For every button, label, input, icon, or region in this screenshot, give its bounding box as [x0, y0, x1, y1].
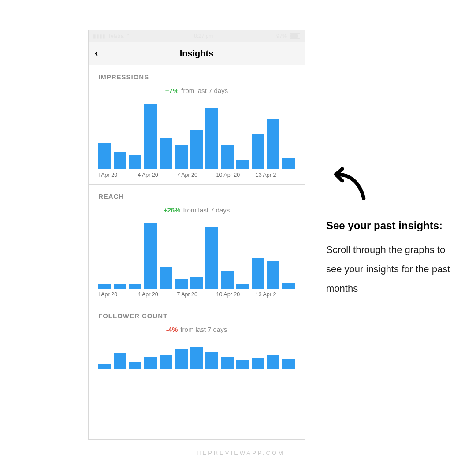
delta-line: -4%from last 7 days	[98, 326, 295, 333]
phone-mock: ▮▮▮▮ Telstra ⌃ 8:27 pm 97% ‹ Insights IM…	[88, 30, 305, 440]
wifi-icon: ⌃	[126, 33, 130, 39]
delta-from-label: from last 7 days	[180, 326, 227, 333]
bar	[236, 360, 249, 369]
annotation-body: Scroll through the graphs to see your in…	[326, 240, 463, 298]
x-axis: I Apr 204 Apr 207 Apr 2010 Apr 2013 Apr …	[98, 289, 295, 304]
bar	[144, 104, 157, 169]
back-button[interactable]: ‹	[95, 48, 98, 59]
x-tick: 4 Apr 20	[138, 291, 177, 298]
bar	[190, 277, 203, 289]
bar	[160, 138, 172, 169]
x-tick: 13 Apr 2	[256, 172, 295, 178]
bar-chart[interactable]: I Apr 204 Apr 207 Apr 2010 Apr 2013 Apr …	[98, 104, 295, 184]
x-tick: 7 Apr 20	[177, 291, 216, 298]
signal-icon: ▮▮▮▮	[93, 33, 105, 39]
delta-line: +26%from last 7 days	[98, 206, 295, 214]
annotation-title: See your past insights:	[326, 216, 463, 235]
x-tick: 10 Apr 20	[216, 291, 256, 298]
delta-line: +7%from last 7 days	[98, 87, 295, 94]
bar-chart[interactable]	[98, 343, 295, 369]
bar	[221, 145, 234, 169]
bar	[205, 227, 218, 289]
bar	[282, 158, 295, 169]
bar	[221, 357, 234, 369]
annotation: See your past insights: Scroll through t…	[326, 166, 463, 298]
nav-bar: ‹ Insights	[89, 42, 305, 65]
bar	[98, 364, 111, 369]
bar	[190, 347, 203, 369]
insight-section: IMPRESSIONS+7%from last 7 daysI Apr 204 …	[89, 65, 305, 185]
delta-percent: +7%	[165, 87, 178, 94]
bar	[267, 119, 279, 169]
bar	[236, 160, 249, 169]
bar	[252, 258, 264, 289]
battery-percent: 97%	[276, 33, 287, 39]
bar	[175, 349, 188, 369]
x-tick: 4 Apr 20	[138, 172, 177, 178]
bar	[205, 352, 218, 369]
page-title: Insights	[180, 48, 214, 59]
bar	[98, 143, 111, 169]
x-tick: 7 Apr 20	[177, 172, 216, 178]
insight-section: REACH+26%from last 7 daysI Apr 204 Apr 2…	[89, 185, 305, 304]
x-tick: I Apr 20	[98, 172, 138, 178]
bar	[282, 283, 295, 289]
chart-bars	[98, 343, 295, 369]
battery-icon	[290, 33, 300, 39]
bar	[114, 353, 126, 369]
section-title: FOLLOWER COUNT	[98, 312, 295, 320]
x-axis: I Apr 204 Apr 207 Apr 2010 Apr 2013 Apr …	[98, 169, 295, 184]
bar	[144, 357, 157, 369]
x-tick: I Apr 20	[98, 291, 138, 298]
bar	[252, 358, 264, 369]
bar	[221, 271, 234, 289]
delta-percent: -4%	[166, 326, 178, 333]
bar	[129, 284, 142, 289]
bar	[160, 355, 172, 369]
delta-from-label: from last 7 days	[183, 206, 230, 214]
bar	[236, 284, 249, 289]
bar	[129, 155, 142, 169]
bar	[282, 359, 295, 369]
x-tick: 13 Apr 2	[256, 291, 295, 298]
chart-bars	[98, 104, 295, 169]
bar	[267, 261, 279, 289]
arrow-icon	[329, 166, 368, 205]
status-bar: ▮▮▮▮ Telstra ⌃ 8:27 pm 97%	[89, 30, 305, 42]
bar-chart[interactable]: I Apr 204 Apr 207 Apr 2010 Apr 2013 Apr …	[98, 223, 295, 304]
bar	[190, 130, 203, 169]
bar	[160, 267, 172, 289]
bar	[98, 284, 111, 289]
bar	[267, 355, 279, 369]
bar	[144, 223, 157, 289]
bar	[175, 145, 188, 169]
footer-credit: THEPREVIEWAPP.COM	[0, 450, 476, 456]
insight-sections[interactable]: IMPRESSIONS+7%from last 7 daysI Apr 204 …	[89, 65, 305, 369]
bar	[114, 152, 126, 169]
section-title: IMPRESSIONS	[98, 73, 295, 81]
delta-from-label: from last 7 days	[181, 87, 228, 94]
section-title: REACH	[98, 193, 295, 200]
delta-percent: +26%	[164, 206, 181, 214]
bar	[205, 108, 218, 169]
chart-bars	[98, 223, 295, 289]
bar	[114, 284, 126, 289]
carrier-label: Telstra	[108, 33, 123, 39]
bar	[175, 279, 188, 289]
bar	[252, 134, 264, 169]
bar	[129, 362, 142, 369]
x-tick: 10 Apr 20	[216, 172, 256, 178]
insight-section: FOLLOWER COUNT-4%from last 7 days	[89, 304, 305, 369]
status-time: 8:27 pm	[194, 33, 213, 39]
